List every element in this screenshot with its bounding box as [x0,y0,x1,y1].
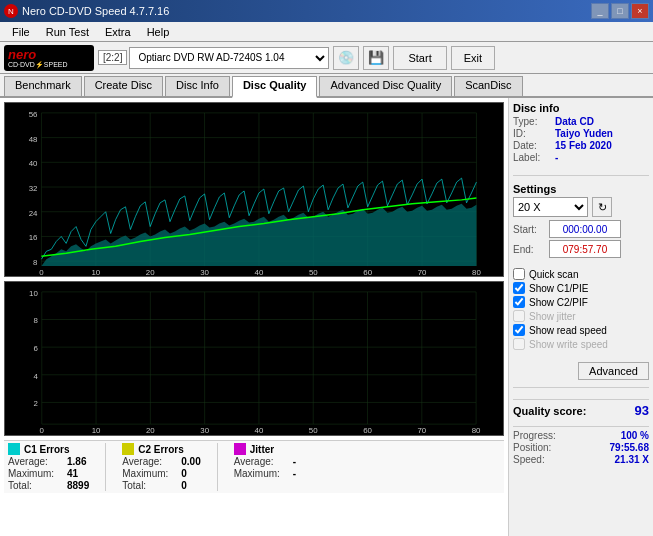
speed-dropdown[interactable]: 20 X [513,197,588,217]
svg-text:32: 32 [29,184,38,193]
end-label: End: [513,244,545,255]
refresh-button[interactable]: ↻ [592,197,612,217]
tab-disc-quality[interactable]: Disc Quality [232,76,318,98]
tab-disc-info[interactable]: Disc Info [165,76,230,96]
svg-text:10: 10 [91,268,100,276]
position-value: 79:55.68 [610,442,649,453]
menu-run-test[interactable]: Run Test [38,24,97,39]
start-label: Start: [513,224,545,235]
toolbar: nero CD·DVD⚡SPEED [2:2] Optiarc DVD RW A… [0,42,653,74]
show-c2-row: Show C2/PIF [513,296,649,308]
menu-help[interactable]: Help [139,24,178,39]
quick-scan-row: Quick scan [513,268,649,280]
jitter-max-value: - [293,468,296,479]
divider-1 [513,175,649,176]
svg-text:48: 48 [29,135,38,144]
svg-text:50: 50 [309,426,318,435]
svg-text:50: 50 [309,268,318,276]
tab-bar: Benchmark Create Disc Disc Info Disc Qua… [0,74,653,98]
disc-id-label: ID: [513,128,551,139]
chart-area: 56 48 40 32 24 16 8 0 10 20 30 40 50 60 … [0,98,508,536]
menu-extra[interactable]: Extra [97,24,139,39]
show-c1-checkbox[interactable] [513,282,525,294]
drive-select: [2:2] Optiarc DVD RW AD-7240S 1.04 [98,47,329,69]
c1-max-value: 41 [67,468,78,479]
drive-dropdown[interactable]: Optiarc DVD RW AD-7240S 1.04 [129,47,329,69]
disc-date-label: Date: [513,140,551,151]
exit-button[interactable]: Exit [451,46,495,70]
c1-title: C1 Errors [24,444,70,455]
settings-title: Settings [513,183,649,195]
show-read-speed-label: Show read speed [529,325,607,336]
c1-total-value: 8899 [67,480,89,491]
c2-color-swatch [122,443,134,455]
main-area: 56 48 40 32 24 16 8 0 10 20 30 40 50 60 … [0,98,653,536]
c2-total-value: 0 [181,480,187,491]
disc-label-row: Label: - [513,152,649,163]
svg-text:60: 60 [363,268,372,276]
svg-text:80: 80 [472,268,481,276]
close-button[interactable]: × [631,3,649,19]
minimize-button[interactable]: _ [591,3,609,19]
start-time-row: Start: 000:00.00 [513,220,649,238]
disc-label-value: - [555,152,558,163]
c2-title: C2 Errors [138,444,184,455]
bottom-chart: 10 8 6 4 2 0 10 20 30 40 50 60 70 80 [4,281,504,436]
top-chart-svg: 56 48 40 32 24 16 8 0 10 20 30 40 50 60 … [5,103,503,276]
show-write-speed-row: Show write speed [513,338,649,350]
nero-brand: nero [8,48,68,61]
disc-icon-btn[interactable]: 💿 [333,46,359,70]
c2-max-value: 0 [181,468,187,479]
svg-text:40: 40 [255,426,264,435]
tab-scan-disc[interactable]: ScanDisc [454,76,522,96]
tab-create-disc[interactable]: Create Disc [84,76,163,96]
title-bar-left: N Nero CD-DVD Speed 4.7.7.16 [4,4,169,18]
c1-max-label: Maximum: [8,468,63,479]
start-time-input[interactable]: 000:00.00 [549,220,621,238]
end-time-input[interactable] [549,240,621,258]
svg-text:70: 70 [417,426,426,435]
quality-score-label: Quality score: [513,405,586,417]
legend-jitter: Jitter Average: - Maximum: - [234,443,296,491]
svg-text:40: 40 [29,159,38,168]
disc-info-section: Disc info Type: Data CD ID: Taiyo Yuden … [513,102,649,164]
c2-avg-label: Average: [122,456,177,467]
end-time-row: End: [513,240,649,258]
svg-text:4: 4 [33,372,38,381]
disc-type-label: Type: [513,116,551,127]
quality-score-value: 93 [635,403,649,418]
svg-text:56: 56 [29,110,38,119]
tab-benchmark[interactable]: Benchmark [4,76,82,96]
c1-avg-label: Average: [8,456,63,467]
advanced-button[interactable]: Advanced [578,362,649,380]
save-icon-btn[interactable]: 💾 [363,46,389,70]
title-bar-controls[interactable]: _ □ × [591,3,649,19]
svg-text:20: 20 [146,268,155,276]
start-button[interactable]: Start [393,46,446,70]
progress-row: Progress: 100 % [513,430,649,441]
svg-text:80: 80 [472,426,481,435]
progress-label: Progress: [513,430,556,441]
svg-text:60: 60 [363,426,372,435]
checkboxes-section: Quick scan Show C1/PIE Show C2/PIF Show … [513,268,649,352]
menu-bar: File Run Test Extra Help [0,22,653,42]
maximize-button[interactable]: □ [611,3,629,19]
show-read-speed-checkbox[interactable] [513,324,525,336]
legend-c1: C1 Errors Average: 1.86 Maximum: 41 Tota… [8,443,89,491]
drive-badge: [2:2] [98,50,127,65]
tab-advanced-disc-quality[interactable]: Advanced Disc Quality [319,76,452,96]
top-chart: 56 48 40 32 24 16 8 0 10 20 30 40 50 60 … [4,102,504,277]
svg-text:30: 30 [200,426,209,435]
app-title: Nero CD-DVD Speed 4.7.7.16 [22,5,169,17]
quick-scan-checkbox[interactable] [513,268,525,280]
svg-text:8: 8 [33,258,38,267]
svg-text:20: 20 [146,426,155,435]
show-c2-checkbox[interactable] [513,296,525,308]
disc-date-row: Date: 15 Feb 2020 [513,140,649,151]
show-read-speed-row: Show read speed [513,324,649,336]
show-c1-label: Show C1/PIE [529,283,588,294]
c1-color-swatch [8,443,20,455]
show-write-speed-label: Show write speed [529,339,608,350]
legend-c2: C2 Errors Average: 0.00 Maximum: 0 Total… [122,443,200,491]
menu-file[interactable]: File [4,24,38,39]
